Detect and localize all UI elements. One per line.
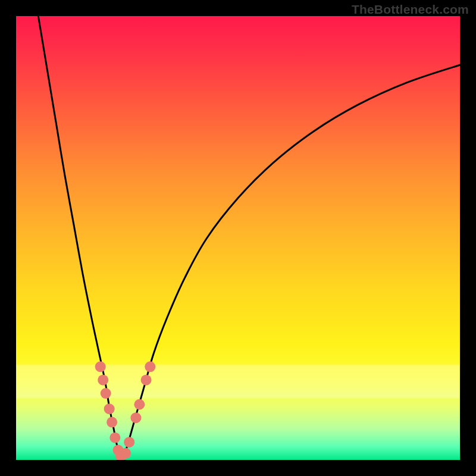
data-marker xyxy=(109,433,120,443)
data-marker xyxy=(145,361,155,372)
chart-frame: TheBottleneck.com xyxy=(0,0,476,476)
bottleneck-curve xyxy=(16,16,460,460)
data-marker xyxy=(134,399,145,410)
data-marker xyxy=(101,388,111,399)
data-marker xyxy=(130,412,141,423)
data-marker xyxy=(104,403,115,414)
data-marker xyxy=(120,448,131,459)
curve-right-branch xyxy=(123,65,460,460)
data-marker xyxy=(141,375,152,386)
data-marker xyxy=(107,417,117,428)
data-marker xyxy=(124,437,134,447)
plot-area xyxy=(16,16,460,460)
data-marker xyxy=(95,361,106,372)
data-marker xyxy=(98,375,108,386)
watermark-text: TheBottleneck.com xyxy=(352,2,469,17)
